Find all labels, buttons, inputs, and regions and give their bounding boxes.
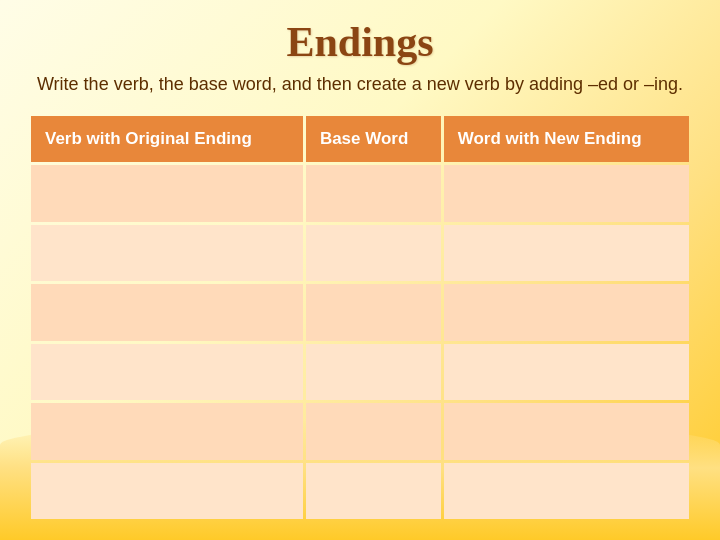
- table-row: [31, 284, 689, 340]
- cell-base-1[interactable]: [306, 165, 441, 221]
- cell-base-2[interactable]: [306, 225, 441, 281]
- main-table: Verb with Original Ending Base Word Word…: [28, 113, 692, 522]
- cell-new-1[interactable]: [444, 165, 689, 221]
- table-body: [31, 165, 689, 519]
- col-header-base-word: Base Word: [306, 116, 441, 162]
- cell-new-4[interactable]: [444, 344, 689, 400]
- cell-new-6[interactable]: [444, 463, 689, 519]
- cell-new-2[interactable]: [444, 225, 689, 281]
- table-row: [31, 165, 689, 221]
- page-title: Endings: [28, 18, 692, 66]
- table-wrapper: Verb with Original Ending Base Word Word…: [28, 113, 692, 522]
- cell-base-6[interactable]: [306, 463, 441, 519]
- table-row: [31, 403, 689, 459]
- cell-verb-4[interactable]: [31, 344, 303, 400]
- table-row: [31, 225, 689, 281]
- cell-verb-3[interactable]: [31, 284, 303, 340]
- main-container: Endings Write the verb, the base word, a…: [0, 0, 720, 540]
- cell-verb-2[interactable]: [31, 225, 303, 281]
- cell-base-3[interactable]: [306, 284, 441, 340]
- table-header-row: Verb with Original Ending Base Word Word…: [31, 116, 689, 162]
- table-row: [31, 344, 689, 400]
- table-row: [31, 463, 689, 519]
- cell-verb-1[interactable]: [31, 165, 303, 221]
- cell-base-4[interactable]: [306, 344, 441, 400]
- col-header-verb-original: Verb with Original Ending: [31, 116, 303, 162]
- page-subtitle: Write the verb, the base word, and then …: [28, 72, 692, 97]
- col-header-word-new: Word with New Ending: [444, 116, 689, 162]
- cell-new-5[interactable]: [444, 403, 689, 459]
- cell-base-5[interactable]: [306, 403, 441, 459]
- cell-verb-6[interactable]: [31, 463, 303, 519]
- cell-verb-5[interactable]: [31, 403, 303, 459]
- cell-new-3[interactable]: [444, 284, 689, 340]
